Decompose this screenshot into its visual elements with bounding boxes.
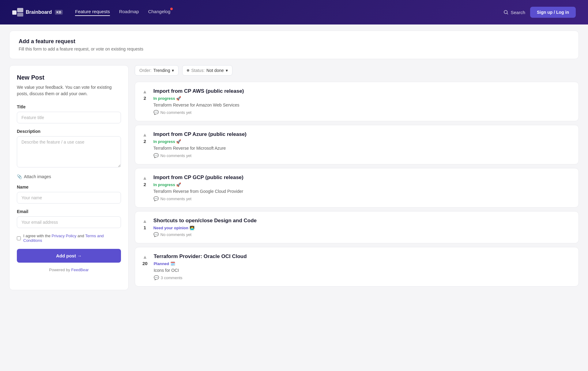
form-subtitle: We value your feedback. You can vote for… <box>17 84 121 97</box>
post-comments: 💬 No comments yet <box>153 153 571 158</box>
svg-point-3 <box>504 10 507 14</box>
search-button[interactable]: Search <box>503 9 525 15</box>
vote-section: ▲ 2 <box>142 174 147 187</box>
feedbear-link[interactable]: FeedBear <box>71 268 89 272</box>
vote-count: 1 <box>144 225 146 230</box>
form-heading: New Post <box>17 74 121 81</box>
post-content: Import from CP AWS (public release) In p… <box>153 88 571 115</box>
post-comments: 💬 3 comments <box>154 275 571 280</box>
header-banner: Add a feature request Fill this form to … <box>9 31 579 59</box>
post-status: In progress 🚀 <box>153 96 571 101</box>
name-input[interactable] <box>17 192 121 204</box>
post-comments: 💬 No comments yet <box>153 232 571 237</box>
add-post-button[interactable]: Add post → <box>17 249 121 263</box>
upvote-arrow-icon[interactable]: ▲ <box>142 255 147 260</box>
comment-count: No comments yet <box>160 232 191 237</box>
post-comments: 💬 No comments yet <box>153 196 571 201</box>
logo[interactable]: Brainboard KB <box>12 8 63 17</box>
signup-button[interactable]: Sign up / Log in <box>530 7 576 18</box>
order-filter[interactable]: Order: Trending ▾ <box>135 65 179 76</box>
upvote-arrow-icon[interactable]: ▲ <box>142 133 147 137</box>
banner-subtitle: Fill this form to add a feature request,… <box>19 47 569 51</box>
paperclip-icon: 📎 <box>17 174 22 179</box>
vote-count: 2 <box>144 182 146 187</box>
name-group: Name <box>17 185 121 204</box>
comment-count: No comments yet <box>160 153 191 158</box>
filter-bar: Order: Trending ▾ Status: Not done ▾ <box>135 65 579 76</box>
svg-rect-1 <box>17 8 23 12</box>
email-input[interactable] <box>17 216 121 228</box>
logo-icon <box>12 8 23 17</box>
post-item: ▲ 2 Import from CP Azure (public release… <box>135 125 579 164</box>
upvote-arrow-icon[interactable]: ▲ <box>142 219 147 224</box>
powered-by: Powered by FeedBear <box>17 268 121 272</box>
post-title[interactable]: Import from CP GCP (public release) <box>153 174 571 181</box>
vote-section: ▲ 1 <box>142 218 147 230</box>
post-description: Terraform Reverse from Google Cloud Prov… <box>153 189 571 194</box>
right-panel: Order: Trending ▾ Status: Not done ▾ ▲ 2… <box>135 65 579 290</box>
post-title[interactable]: Import from CP Azure (public release) <box>153 131 571 137</box>
nav-right: Search Sign up / Log in <box>503 7 576 18</box>
post-title[interactable]: Terraform Provider: Oracle OCI Cloud <box>154 253 571 260</box>
post-description: Terraform Reverse for Microsoft Azure <box>153 146 571 151</box>
logo-text: Brainboard <box>26 9 52 15</box>
description-group: Description <box>17 129 121 169</box>
vote-section: ▲ 2 <box>142 88 147 101</box>
comment-count: 3 comments <box>161 275 183 280</box>
post-status: In progress 🚀 <box>153 139 571 144</box>
vote-section: ▲ 2 <box>142 131 147 144</box>
form-panel: New Post We value your feedback. You can… <box>9 65 129 290</box>
attach-label: Attach images <box>24 174 51 179</box>
description-label: Description <box>17 129 121 134</box>
status-dot-icon <box>187 69 189 72</box>
posts-list: ▲ 2 Import from CP AWS (public release) … <box>135 82 579 290</box>
checkbox-text: I agree with the Privacy Policy and Term… <box>23 234 121 243</box>
post-status: Planned 🗓️ <box>154 261 571 266</box>
post-title[interactable]: Import from CP AWS (public release) <box>153 88 571 94</box>
terms-checkbox[interactable] <box>17 236 21 240</box>
navbar: Brainboard KB Feature requests Roadmap C… <box>0 0 588 24</box>
logo-kb: KB <box>55 10 63 15</box>
nav-roadmap[interactable]: Roadmap <box>119 9 139 16</box>
name-label: Name <box>17 185 121 189</box>
status-value: Not done <box>206 68 224 73</box>
title-input[interactable] <box>17 112 121 123</box>
nav-changelog[interactable]: Changelog <box>148 9 171 16</box>
comment-icon: 💬 <box>153 110 159 115</box>
privacy-link[interactable]: Privacy Policy <box>52 234 77 238</box>
nav-feature-requests[interactable]: Feature requests <box>75 9 110 16</box>
order-chevron-icon: ▾ <box>172 68 174 73</box>
description-input[interactable] <box>17 136 121 167</box>
post-content: Terraform Provider: Oracle OCI Cloud Pla… <box>154 253 571 280</box>
post-status: In progress 🚀 <box>153 182 571 187</box>
post-content: Import from CP GCP (public release) In p… <box>153 174 571 201</box>
status-filter[interactable]: Status: Not done ▾ <box>182 65 232 76</box>
post-content: Import from CP Azure (public release) In… <box>153 131 571 158</box>
title-label: Title <box>17 104 121 109</box>
main-layout: New Post We value your feedback. You can… <box>9 65 579 290</box>
upvote-arrow-icon[interactable]: ▲ <box>142 176 147 181</box>
email-group: Email <box>17 209 121 228</box>
terms-row: I agree with the Privacy Policy and Term… <box>17 234 121 243</box>
post-item: ▲ 2 Import from CP AWS (public release) … <box>135 82 579 121</box>
vote-count: 2 <box>144 139 146 144</box>
vote-section: ▲ 20 <box>142 253 148 266</box>
order-label: Order: <box>139 68 152 73</box>
status-chevron-icon: ▾ <box>226 68 228 73</box>
upvote-arrow-icon[interactable]: ▲ <box>142 89 147 94</box>
svg-rect-2 <box>17 13 23 17</box>
status-label: Status: <box>191 68 205 73</box>
post-status: Need your opinion 🧑‍💻 <box>153 226 571 230</box>
banner-title: Add a feature request <box>19 38 569 45</box>
comment-count: No comments yet <box>160 197 191 201</box>
comment-count: No comments yet <box>160 110 191 115</box>
post-item: ▲ 1 Shortcuts to open/close Design and C… <box>135 211 579 243</box>
attach-images-button[interactable]: 📎 Attach images <box>17 174 121 179</box>
comment-icon: 💬 <box>153 153 159 158</box>
email-label: Email <box>17 209 121 214</box>
comment-icon: 💬 <box>154 275 159 280</box>
search-icon <box>503 9 509 15</box>
search-label: Search <box>511 10 525 15</box>
post-title[interactable]: Shortcuts to open/close Design and Code <box>153 218 571 224</box>
comment-icon: 💬 <box>153 232 159 237</box>
